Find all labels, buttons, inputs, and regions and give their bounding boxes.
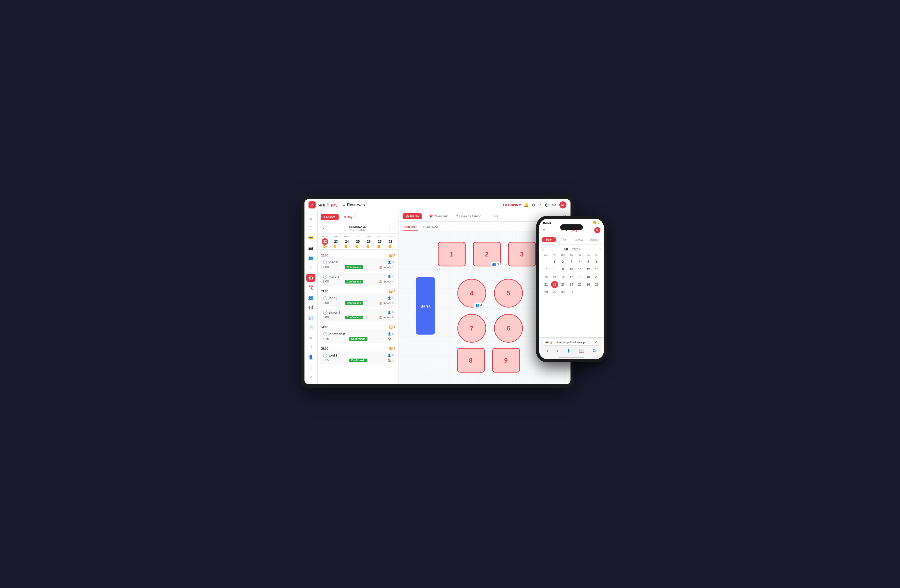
sidebar-item-grid2[interactable]: ⊞ xyxy=(306,333,315,341)
cal-day-17[interactable]: 17 xyxy=(568,274,575,280)
table-6[interactable]: 6 xyxy=(494,314,523,342)
restaurant-name[interactable]: La Brasa ▾ xyxy=(503,203,521,207)
next-week-button[interactable]: › xyxy=(389,225,395,231)
sidebar-item-list[interactable]: ☰ xyxy=(306,224,315,232)
sidebar-item-staff[interactable]: 👥 xyxy=(306,254,315,262)
cal-day-26[interactable]: 26 xyxy=(585,281,592,288)
day-sun[interactable]: SUN 28 🔁 0 xyxy=(385,234,396,249)
url-reload-icon[interactable]: ↺ xyxy=(595,340,597,344)
cal-day-12[interactable]: 12 xyxy=(585,266,592,273)
cal-day-7[interactable]: 7 xyxy=(542,266,549,273)
table-7[interactable]: 7 xyxy=(458,314,486,342)
day-tue[interactable]: TUE 23 🔁 0 xyxy=(331,234,341,249)
cal-day-18[interactable]: 18 xyxy=(576,274,583,280)
cal-day-29[interactable]: 29 xyxy=(551,289,558,296)
tab-linea-tiempo[interactable]: ⏱ Línea de tiempo xyxy=(452,213,484,219)
sidebar-item-document[interactable]: 📄 xyxy=(306,323,315,331)
cal-day-5[interactable]: 5 xyxy=(585,258,592,265)
cal-day-4[interactable]: 4 xyxy=(576,258,583,265)
floor-tab-terraza[interactable]: TERRAZA xyxy=(422,224,439,231)
sidebar-item-user[interactable]: 👤 xyxy=(306,353,315,361)
hoy-button[interactable]: ⊞ Hoy xyxy=(341,214,355,220)
phone-book-icon[interactable]: 📖 xyxy=(579,348,584,354)
cal-day-3[interactable]: 3 xyxy=(568,258,575,265)
table-5[interactable]: 5 xyxy=(494,279,523,307)
tab-planta[interactable]: 🏠 Planta xyxy=(403,213,422,219)
step-tab-guests[interactable]: Guests xyxy=(572,237,587,242)
booking-john[interactable]: 🕐 john j 👤 4 3:00 Confirmado 🏠 Indoor 5 xyxy=(320,294,396,307)
sidebar-item-calendar[interactable]: 📅 xyxy=(306,274,315,282)
table-9[interactable]: 9 xyxy=(492,348,520,372)
booking-marc[interactable]: 🕐 marc s 👤 4 2:00 Confirmado 🏠 Indoor 4 xyxy=(320,272,396,286)
sidebar-item-camera[interactable]: 📷 xyxy=(306,244,315,252)
step-tab-time[interactable]: Time xyxy=(557,237,571,242)
table-4[interactable]: 4 👥 4 xyxy=(458,279,486,307)
phone-share-icon[interactable]: ⬆ xyxy=(566,348,570,354)
cal-day-1[interactable]: 1 xyxy=(551,258,558,265)
cal-day-21[interactable]: 21 xyxy=(542,281,549,288)
sidebar-item-grid[interactable]: ⊞ xyxy=(306,214,315,222)
cal-day-27[interactable]: 27 xyxy=(593,281,601,288)
floor-tab-indoor[interactable]: INDOOR xyxy=(403,224,418,231)
cal-day-14[interactable]: 14 xyxy=(542,274,549,280)
booking-simon[interactable]: 🕐 simon j 👤 6 3:00 Confirmado 🏠 Indoor 6 xyxy=(320,308,396,322)
cal-day-13[interactable]: 13 xyxy=(593,266,601,273)
cal-day-19[interactable]: 19 xyxy=(585,274,592,280)
cal-day-10[interactable]: 10 xyxy=(568,266,575,273)
phone-hamburger-icon[interactable]: ≡ xyxy=(543,228,545,232)
hamburger-icon[interactable]: ≡ xyxy=(342,203,344,207)
sidebar-item-calendar2[interactable]: 📆 xyxy=(306,284,315,292)
sidebar-item-broadcast[interactable]: 📢 xyxy=(306,303,315,311)
cal-day-6[interactable]: 6 xyxy=(593,258,601,265)
cal-day-15[interactable]: 15 xyxy=(551,274,558,280)
cal-day-25[interactable]: 25 xyxy=(576,281,583,288)
table-3[interactable]: 3 xyxy=(508,242,535,266)
booking-jonathan[interactable]: 🕐 jonathan b 👤 0 4:15 Confirmado 🏠 – xyxy=(320,330,396,343)
table-barra[interactable]: Barra xyxy=(416,277,435,334)
phone-back-icon[interactable]: ‹ xyxy=(547,348,548,354)
phone-forward-icon[interactable]: › xyxy=(557,348,558,354)
cal-day-2[interactable]: 2 xyxy=(559,258,566,265)
phone-tabs-icon[interactable]: ⧉ xyxy=(593,348,596,354)
cal-day-28[interactable]: 28 xyxy=(542,289,549,296)
phone-url-bar[interactable]: AA 🔒 restaurants.pickandpay.app ↺ xyxy=(543,339,601,346)
cal-day-20[interactable]: 20 xyxy=(593,274,601,280)
refresh-icon[interactable]: ↺ xyxy=(538,203,542,207)
power-icon[interactable]: ⏻ xyxy=(545,203,549,207)
cal-day-23[interactable]: 23 xyxy=(559,281,566,288)
table-1[interactable]: 1 xyxy=(438,242,465,266)
table-2[interactable]: 2 👥 3 xyxy=(473,242,500,266)
cal-next-button[interactable]: › xyxy=(599,247,601,252)
tab-lista[interactable]: ☰ Lista xyxy=(485,213,501,219)
cal-day-31[interactable]: 31 xyxy=(568,289,575,296)
tab-calendario[interactable]: 📅 Calendario xyxy=(426,213,452,219)
table-8[interactable]: 8 xyxy=(457,348,484,372)
day-fri[interactable]: FRI 26 🔁 0 xyxy=(363,234,374,249)
day-wed[interactable]: WED 24 🔁 0 xyxy=(341,234,352,249)
day-thu[interactable]: THU 25 🔁 0 xyxy=(352,234,363,249)
bell-icon[interactable]: 🔔 xyxy=(524,203,529,207)
cal-day-8[interactable]: 8 xyxy=(551,266,558,273)
gear-icon[interactable]: ⚙ xyxy=(532,203,535,207)
cal-day-22[interactable]: 22 xyxy=(551,281,558,288)
sidebar-item-monitor[interactable]: 🖥 xyxy=(306,363,315,371)
booking-joan[interactable]: 🕐 joan b 👤 3 2:00 Confirmado 🏠 Indoor 1 xyxy=(320,258,396,271)
sidebar-item-text[interactable]: T xyxy=(306,264,315,272)
sidebar-item-export[interactable]: ↗ xyxy=(306,373,315,381)
cal-day-16[interactable]: 16 xyxy=(559,274,566,280)
day-mon[interactable]: MON 22 🔁 6 xyxy=(320,234,331,249)
step-tab-details[interactable]: Details xyxy=(587,237,601,242)
sidebar-item-sync[interactable]: ↺ xyxy=(306,343,315,351)
nuevo-button[interactable]: + Nuevo xyxy=(321,214,338,220)
cal-day-24[interactable]: 24 xyxy=(568,281,575,288)
cal-day-30[interactable]: 30 xyxy=(559,289,566,296)
day-sat[interactable]: SAT 27 🔁 0 xyxy=(374,234,385,249)
booking-axel[interactable]: 🕐 axel f 👤 8 5:15 Confirmado 🏠 – xyxy=(320,351,396,364)
cal-day-9[interactable]: 9 xyxy=(559,266,566,273)
sidebar-item-payments[interactable]: 💳 xyxy=(306,234,315,242)
cal-day-11[interactable]: 11 xyxy=(576,266,583,273)
sidebar-item-analytics[interactable]: 📊 xyxy=(306,313,315,321)
cal-prev-button[interactable]: ‹ xyxy=(542,247,544,252)
prev-week-button[interactable]: ‹ xyxy=(321,225,327,231)
step-tab-date[interactable]: Date xyxy=(542,237,556,242)
